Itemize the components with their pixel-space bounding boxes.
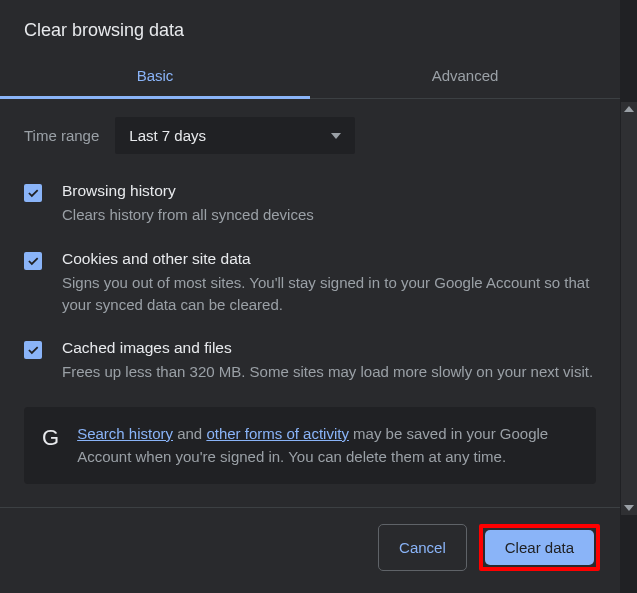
time-range-value: Last 7 days xyxy=(129,127,206,144)
option-title: Cookies and other site data xyxy=(62,250,596,268)
option-desc: Clears history from all synced devices xyxy=(62,204,596,226)
chevron-down-icon xyxy=(331,133,341,139)
time-range-row: Time range Last 7 days xyxy=(24,117,596,154)
scroll-down-icon xyxy=(624,505,634,511)
option-desc: Frees up less than 320 MB. Some sites ma… xyxy=(62,361,596,383)
scrollbar[interactable] xyxy=(621,102,637,515)
option-text: Cookies and other site data Signs you ou… xyxy=(62,250,596,316)
option-title: Cached images and files xyxy=(62,339,596,357)
option-cookies: Cookies and other site data Signs you ou… xyxy=(24,250,596,316)
option-desc: Signs you out of most sites. You'll stay… xyxy=(62,272,596,316)
option-cache: Cached images and files Frees up less th… xyxy=(24,339,596,383)
checkbox-cookies[interactable] xyxy=(24,252,42,270)
clear-data-button[interactable]: Clear data xyxy=(485,530,594,565)
option-browsing-history: Browsing history Clears history from all… xyxy=(24,182,596,226)
check-icon xyxy=(26,254,40,268)
info-mid: and xyxy=(173,425,206,442)
check-icon xyxy=(26,186,40,200)
time-range-select[interactable]: Last 7 days xyxy=(115,117,355,154)
tab-bar: Basic Advanced xyxy=(0,53,620,99)
dialog-content: Time range Last 7 days Browsing history … xyxy=(0,99,620,507)
dialog-title: Clear browsing data xyxy=(24,20,596,41)
checkbox-browsing-history[interactable] xyxy=(24,184,42,202)
scroll-up-icon xyxy=(624,106,634,112)
other-activity-link[interactable]: other forms of activity xyxy=(206,425,349,442)
check-icon xyxy=(26,343,40,357)
tab-basic-label: Basic xyxy=(137,67,174,84)
clear-browsing-data-dialog: Clear browsing data Basic Advanced Time … xyxy=(0,0,620,593)
google-account-info: G Search history and other forms of acti… xyxy=(24,407,596,484)
tab-basic[interactable]: Basic xyxy=(0,53,310,98)
checkbox-cache[interactable] xyxy=(24,341,42,359)
google-icon: G xyxy=(42,427,59,449)
option-text: Cached images and files Frees up less th… xyxy=(62,339,596,383)
dialog-header: Clear browsing data xyxy=(0,0,620,53)
search-history-link[interactable]: Search history xyxy=(77,425,173,442)
info-text: Search history and other forms of activi… xyxy=(77,423,578,468)
highlight-annotation: Clear data xyxy=(479,524,600,571)
option-text: Browsing history Clears history from all… xyxy=(62,182,596,226)
cancel-button[interactable]: Cancel xyxy=(378,524,467,571)
option-title: Browsing history xyxy=(62,182,596,200)
tab-advanced-label: Advanced xyxy=(432,67,499,84)
time-range-label: Time range xyxy=(24,127,99,144)
dialog-footer: Cancel Clear data xyxy=(0,507,620,593)
tab-advanced[interactable]: Advanced xyxy=(310,53,620,98)
